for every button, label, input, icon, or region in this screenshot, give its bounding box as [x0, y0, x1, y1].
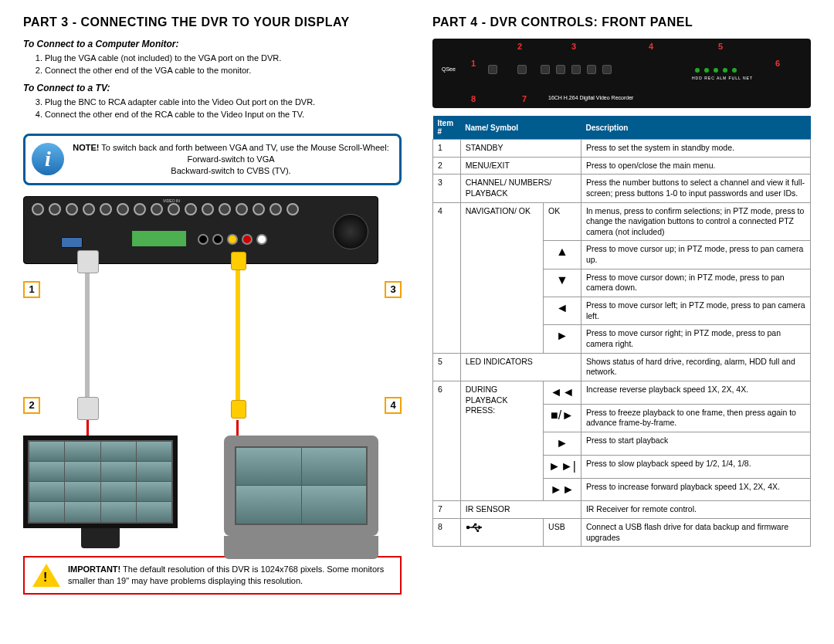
- red-cable-1: [86, 420, 89, 437]
- vga-port: [61, 237, 83, 248]
- part3-title: PART 3 - CONNECTING THE DVR TO YOUR DISP…: [23, 15, 402, 29]
- down-arrow-icon: ▼: [544, 269, 581, 297]
- badge-4: 4: [385, 397, 402, 414]
- model-label: 16CH H.264 Digital Video Recorder: [548, 95, 633, 100]
- brand-label: QSee: [442, 66, 456, 72]
- crt-tv: [224, 436, 378, 559]
- subhead-tv: To Connect to a TV:: [23, 83, 402, 93]
- left-column: PART 3 - CONNECTING THE DVR TO YOUR DISP…: [23, 15, 402, 629]
- part4-title: PART 4 - DVR CONTROLS: FRONT PANEL: [432, 15, 811, 29]
- table-row: 3CHANNEL/ NUMBERS/ PLAYBACKPress the num…: [433, 175, 811, 202]
- pause-step-icon: ■/►: [544, 404, 581, 432]
- badge-1: 1: [23, 281, 40, 298]
- lcd-screen: [23, 436, 178, 528]
- dvr-back-panel: VIDEO IN: [23, 196, 378, 264]
- step-3: Plug the BNC to RCA adapter cable into t…: [45, 97, 402, 107]
- table-row: 2MENU/EXITPress to open/close the main m…: [433, 157, 811, 175]
- th-desc: Description: [581, 116, 810, 140]
- note-box: i NOTE! To switch back and forth between…: [23, 134, 402, 185]
- th-item: Item #: [433, 116, 461, 140]
- fast-fwd-icon: ►►: [544, 478, 581, 501]
- note-text: NOTE! To switch back and forth between V…: [72, 142, 390, 177]
- crt-screen: [224, 436, 378, 536]
- terminal-block: [132, 231, 186, 246]
- left-arrow-icon: ◄: [544, 297, 581, 325]
- bnc-row: [32, 203, 299, 215]
- connection-diagram: VIDEO IN 1 3 2 4: [23, 196, 402, 551]
- step-1: Plug the VGA cable (not included) to the…: [45, 53, 402, 63]
- ok-label: OK: [544, 202, 581, 241]
- lcd-monitor: [23, 436, 178, 548]
- badge-2: 2: [23, 397, 40, 414]
- front-panel-photo: QSee 16CH H.264 Digital Video Recorder 2…: [432, 39, 811, 108]
- table-row: 7IR SENSORIR Receiver for remote control…: [433, 501, 811, 519]
- th-name: Name/ Symbol: [460, 116, 581, 140]
- rca-group: [198, 234, 267, 245]
- red-cable-2: [236, 420, 239, 437]
- fan-icon: [333, 214, 368, 249]
- steps-tv: Plug the BNC to RCA adapter cable into t…: [23, 97, 402, 120]
- table-row: 1STANDBYPress to set the system in stand…: [433, 140, 811, 158]
- table-header-row: Item # Name/ Symbol Description: [433, 116, 811, 140]
- important-box: IMPORTANT! The default resolution of thi…: [23, 556, 402, 595]
- controls-table: Item # Name/ Symbol Description 1STANDBY…: [432, 116, 811, 547]
- svg-marker-2: [478, 525, 482, 530]
- table-row: 5LED INDICATORSShows status of hard driv…: [433, 353, 811, 381]
- table-row: 6DURING PLAYBACK PRESS:◄◄Increase revers…: [433, 381, 811, 404]
- rewind-icon: ◄◄: [544, 381, 581, 404]
- important-text: IMPORTANT! The default resolution of thi…: [68, 564, 392, 586]
- table-row: 4NAVIGATION/ OKOKIn menus, press to conf…: [433, 202, 811, 241]
- note-body: To switch back and forth between VGA and…: [101, 143, 388, 164]
- subhead-monitor: To Connect to a Computer Monitor:: [23, 39, 402, 49]
- slow-fwd-icon: ►►|: [544, 455, 581, 478]
- right-arrow-icon: ►: [544, 325, 581, 353]
- info-icon: i: [32, 143, 64, 175]
- play-icon: ►: [544, 432, 581, 455]
- svg-point-6: [476, 530, 479, 532]
- step-4: Connect the other end of the RCA cable t…: [45, 109, 402, 120]
- svg-rect-4: [474, 524, 476, 526]
- note-body2: Backward-switch to CVBS (TV).: [171, 166, 290, 175]
- badge-3: 3: [385, 281, 402, 298]
- steps-monitor: Plug the VGA cable (not included) to the…: [23, 53, 402, 76]
- up-arrow-icon: ▲: [544, 241, 581, 269]
- rca-cable: [236, 266, 240, 405]
- right-column: PART 4 - DVR CONTROLS: FRONT PANEL QSee …: [432, 15, 811, 629]
- step-2: Connect the other end of the VGA cable t…: [45, 65, 402, 76]
- warning-icon: [32, 564, 60, 587]
- note-label: NOTE!: [73, 143, 99, 152]
- usb-icon: [460, 519, 543, 547]
- important-label: IMPORTANT!: [68, 564, 120, 574]
- vga-cable: [85, 266, 90, 405]
- table-row: 8USBConnect a USB flash drive for data b…: [433, 519, 811, 547]
